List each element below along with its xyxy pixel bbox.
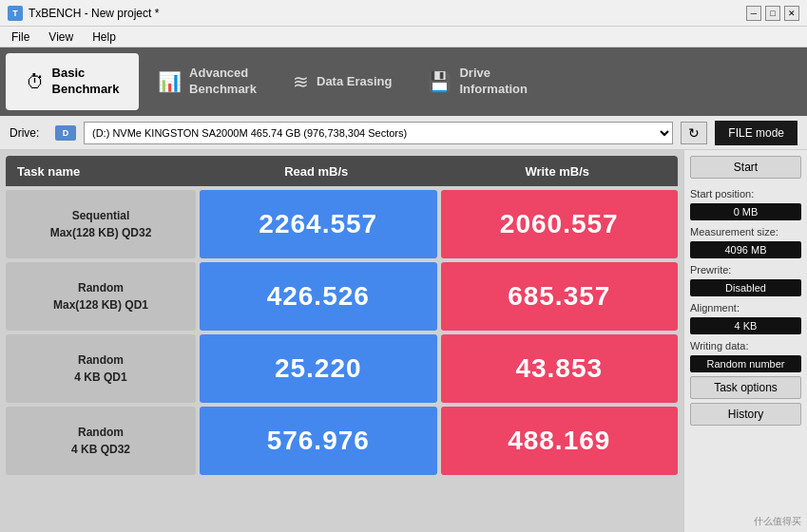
- measurement-size-label: Measurement size:: [690, 226, 801, 238]
- row-label-1: RandomMax(128 KB) QD1: [6, 262, 196, 331]
- tab-drive-information[interactable]: 💾 DriveInformation: [411, 53, 545, 110]
- tab-basic-label: BasicBenchmark: [52, 66, 120, 98]
- drive-selector-row: Drive: D (D:) NVMe KINGSTON SA2000M 465.…: [0, 116, 807, 150]
- file-mode-button[interactable]: FILE mode: [715, 121, 797, 145]
- benchmark-rows: SequentialMax(128 KB) QD32 2264.557 2060…: [6, 190, 678, 475]
- history-button[interactable]: History: [690, 403, 801, 426]
- app-title: TxBENCH - New project *: [29, 7, 159, 20]
- tab-advanced-label: AdvancedBenchmark: [189, 66, 257, 98]
- minimize-button[interactable]: ─: [746, 6, 761, 21]
- row-label-3: Random4 KB QD32: [6, 407, 196, 475]
- writing-data-value: Random number: [690, 355, 801, 372]
- drive-icon: 💾: [428, 70, 452, 93]
- row-read-1: 426.526: [200, 262, 437, 331]
- tab-advanced-benchmark[interactable]: 📊 AdvancedBenchmark: [141, 53, 274, 110]
- table-row: RandomMax(128 KB) QD1 426.526 685.357: [6, 262, 678, 331]
- timer-icon: ⏱: [26, 71, 45, 93]
- toolbar: ⏱ BasicBenchmark 📊 AdvancedBenchmark ≋ D…: [0, 48, 807, 116]
- tab-erase-label: Data Erasing: [317, 74, 392, 90]
- alignment-label: Alignment:: [690, 302, 801, 314]
- header-task: Task name: [6, 164, 196, 179]
- benchmark-header: Task name Read mB/s Write mB/s: [6, 156, 678, 186]
- prewrite-label: Prewrite:: [690, 264, 801, 276]
- task-options-button[interactable]: Task options: [690, 376, 801, 399]
- close-button[interactable]: ✕: [784, 6, 799, 21]
- menu-view[interactable]: View: [45, 29, 77, 45]
- start-button[interactable]: Start: [690, 156, 801, 179]
- main-content: Task name Read mB/s Write mB/s Sequentia…: [0, 150, 807, 532]
- writing-data-label: Writing data:: [690, 340, 801, 352]
- row-write-3: 488.169: [441, 407, 679, 475]
- prewrite-value: Disabled: [690, 279, 801, 296]
- start-position-value: 0 MB: [690, 203, 801, 220]
- measurement-size-value: 4096 MB: [690, 241, 801, 258]
- refresh-button[interactable]: ↻: [681, 122, 707, 144]
- row-label-2: Random4 KB QD1: [6, 334, 196, 403]
- header-read: Read mB/s: [196, 164, 437, 179]
- row-write-2: 43.853: [441, 334, 679, 403]
- row-read-0: 2264.557: [200, 190, 437, 258]
- benchmark-area: Task name Read mB/s Write mB/s Sequentia…: [0, 150, 683, 532]
- erase-icon: ≋: [293, 70, 309, 93]
- chart-icon: 📊: [158, 70, 182, 93]
- row-read-3: 576.976: [200, 407, 437, 475]
- menu-file[interactable]: File: [8, 29, 33, 45]
- row-write-0: 2060.557: [441, 190, 679, 258]
- sidebar: Start Start position: 0 MB Measurement s…: [683, 150, 807, 532]
- watermark: 什么值得买: [754, 515, 801, 528]
- table-row: Random4 KB QD1 25.220 43.853: [6, 334, 678, 403]
- title-bar-left: T TxBENCH - New project *: [8, 6, 159, 21]
- menu-bar: File View Help: [0, 27, 807, 48]
- alignment-value: 4 KB: [690, 317, 801, 334]
- header-write: Write mB/s: [437, 164, 679, 179]
- table-row: Random4 KB QD32 576.976 488.169: [6, 407, 678, 475]
- row-label-0: SequentialMax(128 KB) QD32: [6, 190, 196, 258]
- table-row: SequentialMax(128 KB) QD32 2264.557 2060…: [6, 190, 678, 258]
- row-write-1: 685.357: [441, 262, 679, 331]
- start-position-label: Start position:: [690, 188, 801, 200]
- drive-type-icon: D: [55, 125, 76, 141]
- app-icon: T: [8, 6, 23, 21]
- tab-basic-benchmark[interactable]: ⏱ BasicBenchmark: [6, 53, 139, 110]
- drive-label: Drive:: [10, 126, 48, 140]
- menu-help[interactable]: Help: [88, 29, 120, 45]
- row-read-2: 25.220: [200, 334, 437, 403]
- maximize-button[interactable]: □: [765, 6, 780, 21]
- tab-data-erasing[interactable]: ≋ Data Erasing: [276, 53, 409, 110]
- window-controls: ─ □ ✕: [746, 6, 799, 21]
- title-bar: T TxBENCH - New project * ─ □ ✕: [0, 0, 807, 27]
- tab-drive-label: DriveInformation: [459, 66, 528, 98]
- drive-dropdown[interactable]: (D:) NVMe KINGSTON SA2000M 465.74 GB (97…: [84, 122, 673, 144]
